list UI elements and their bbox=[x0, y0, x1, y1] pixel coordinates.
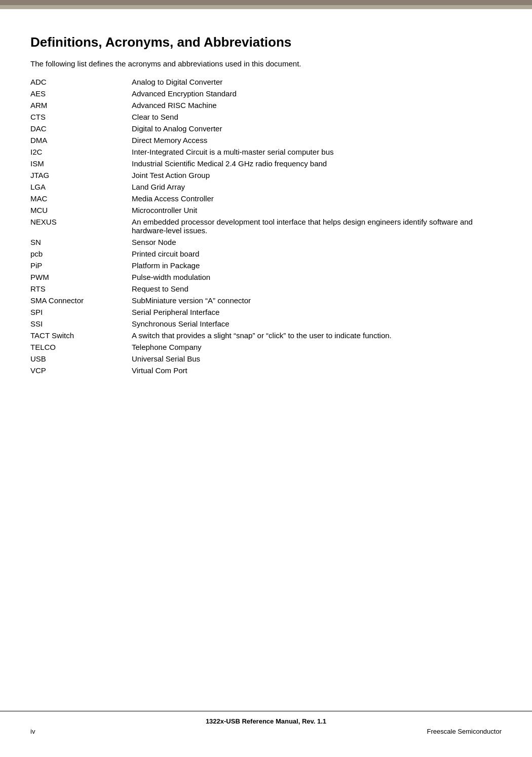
table-row: DMADirect Memory Access bbox=[30, 134, 502, 146]
acronym-cell: TACT Switch bbox=[30, 330, 132, 341]
definition-cell: Industrial Scientific Medical 2.4 GHz ra… bbox=[132, 158, 502, 169]
definition-cell: Advanced RISC Machine bbox=[132, 99, 502, 111]
definition-cell: Telephone Company bbox=[132, 341, 502, 353]
acronym-cell: DMA bbox=[30, 134, 132, 146]
acronym-cell: pcb bbox=[30, 248, 132, 260]
acronym-cell: DAC bbox=[30, 123, 132, 134]
definition-cell: Serial Peripheral Interface bbox=[132, 306, 502, 318]
acronym-cell: TELCO bbox=[30, 341, 132, 353]
acronym-cell: AES bbox=[30, 88, 132, 99]
definition-cell: Virtual Com Port bbox=[132, 365, 502, 376]
page-container: Definitions, Acronyms, and Abbreviations… bbox=[0, 9, 532, 739]
definition-cell: Microcontroller Unit bbox=[132, 204, 502, 216]
definition-cell: Universal Serial Bus bbox=[132, 353, 502, 365]
table-row: SMA ConnectorSubMiniature version “A” co… bbox=[30, 295, 502, 306]
table-row: SPISerial Peripheral Interface bbox=[30, 306, 502, 318]
definition-cell: Synchronous Serial Interface bbox=[132, 318, 502, 330]
table-row: I2CInter-Integrated Circuit is a multi-m… bbox=[30, 146, 502, 158]
footer-right-text: Freescale Semiconductor bbox=[427, 728, 502, 735]
definition-cell: Sensor Node bbox=[132, 236, 502, 248]
table-row: PWMPulse-width modulation bbox=[30, 271, 502, 283]
table-row: TACT SwitchA switch that provides a slig… bbox=[30, 330, 502, 341]
table-row: SSISynchronous Serial Interface bbox=[30, 318, 502, 330]
table-row: RTSRequest to Send bbox=[30, 283, 502, 295]
acronym-cell: SN bbox=[30, 236, 132, 248]
definition-cell: Request to Send bbox=[132, 283, 502, 295]
definition-cell: Platform in Package bbox=[132, 260, 502, 271]
definition-cell: Inter-Integrated Circuit is a multi-mast… bbox=[132, 146, 502, 158]
page-title: Definitions, Acronyms, and Abbreviations bbox=[30, 34, 502, 50]
table-row: DACDigital to Analog Converter bbox=[30, 123, 502, 134]
acronym-cell: SMA Connector bbox=[30, 295, 132, 306]
definition-cell: Direct Memory Access bbox=[132, 134, 502, 146]
table-row: PiPPlatform in Package bbox=[30, 260, 502, 271]
acronym-cell: VCP bbox=[30, 365, 132, 376]
table-row: ARMAdvanced RISC Machine bbox=[30, 99, 502, 111]
acronym-cell: RTS bbox=[30, 283, 132, 295]
acronym-cell: ARM bbox=[30, 99, 132, 111]
definition-cell: Analog to Digital Converter bbox=[132, 76, 502, 88]
table-row: SNSensor Node bbox=[30, 236, 502, 248]
acronym-cell: JTAG bbox=[30, 169, 132, 181]
table-row: LGALand Grid Array bbox=[30, 181, 502, 193]
intro-text: The following list defines the acronyms … bbox=[30, 59, 502, 68]
table-row: ISMIndustrial Scientific Medical 2.4 GHz… bbox=[30, 158, 502, 169]
definition-cell: SubMiniature version “A” connector bbox=[132, 295, 502, 306]
table-row: CTSClear to Send bbox=[30, 111, 502, 123]
acronym-cell: PiP bbox=[30, 260, 132, 271]
table-row: NEXUSAn embedded processor development t… bbox=[30, 216, 502, 236]
footer-divider bbox=[0, 711, 532, 711]
top-decorative-bar bbox=[0, 0, 532, 9]
table-row: TELCOTelephone Company bbox=[30, 341, 502, 353]
footer-center-text: 1322x-USB Reference Manual, Rev. 1.1 bbox=[206, 717, 326, 725]
acronym-cell: MCU bbox=[30, 204, 132, 216]
table-row: AESAdvanced Encryption Standard bbox=[30, 88, 502, 99]
definition-cell: Advanced Encryption Standard bbox=[132, 88, 502, 99]
definition-cell: Clear to Send bbox=[132, 111, 502, 123]
footer-left-text: iv bbox=[30, 728, 35, 735]
definition-cell: Media Access Controller bbox=[132, 193, 502, 204]
acronym-cell: ADC bbox=[30, 76, 132, 88]
acronym-cell: MAC bbox=[30, 193, 132, 204]
definitions-table: ADCAnalog to Digital ConverterAESAdvance… bbox=[30, 76, 502, 376]
definition-cell: Pulse-width modulation bbox=[132, 271, 502, 283]
definition-cell: A switch that provides a slight “snap” o… bbox=[132, 330, 502, 341]
acronym-cell: ISM bbox=[30, 158, 132, 169]
table-row: JTAGJoint Test Action Group bbox=[30, 169, 502, 181]
table-row: USBUniversal Serial Bus bbox=[30, 353, 502, 365]
table-row: ADCAnalog to Digital Converter bbox=[30, 76, 502, 88]
acronym-cell: SSI bbox=[30, 318, 132, 330]
acronym-cell: NEXUS bbox=[30, 216, 132, 236]
acronym-cell: LGA bbox=[30, 181, 132, 193]
acronym-cell: SPI bbox=[30, 306, 132, 318]
definition-cell: Digital to Analog Converter bbox=[132, 123, 502, 134]
table-row: pcbPrinted circuit board bbox=[30, 248, 502, 260]
definition-cell: Land Grid Array bbox=[132, 181, 502, 193]
footer-bottom: iv Freescale Semiconductor bbox=[0, 728, 532, 735]
table-row: VCPVirtual Com Port bbox=[30, 365, 502, 376]
definition-cell: Joint Test Action Group bbox=[132, 169, 502, 181]
acronym-cell: PWM bbox=[30, 271, 132, 283]
table-row: MACMedia Access Controller bbox=[30, 193, 502, 204]
definition-cell: An embedded processor development tool i… bbox=[132, 216, 502, 236]
top-bar-inner bbox=[0, 0, 532, 5]
acronym-cell: I2C bbox=[30, 146, 132, 158]
definition-cell: Printed circuit board bbox=[132, 248, 502, 260]
footer-center: 1322x-USB Reference Manual, Rev. 1.1 bbox=[0, 717, 532, 725]
acronym-cell: USB bbox=[30, 353, 132, 365]
table-row: MCUMicrocontroller Unit bbox=[30, 204, 502, 216]
acronym-cell: CTS bbox=[30, 111, 132, 123]
